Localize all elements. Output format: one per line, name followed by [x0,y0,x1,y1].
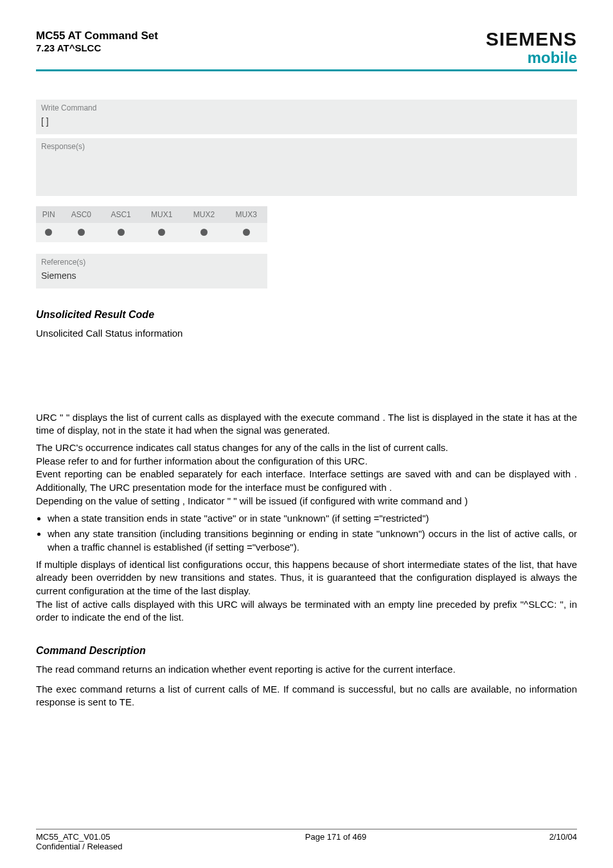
dot-icon [45,229,52,236]
dot-icon [200,229,208,236]
bullet-list: when a state transition ends in state "a… [36,512,577,554]
matrix-col-mux1: MUX1 [141,206,183,223]
p2: The URC's occurrence indicates call stat… [36,441,577,455]
dot-icon [78,229,85,236]
list-item: when a state transition ends in state "a… [48,512,577,526]
footer-center: Page 171 of 469 [305,832,366,851]
cmddesc-p1: The read command returns an indication w… [36,663,577,677]
b2c: ="verbose"). [247,542,299,553]
footer-left1: MC55_ATC_V01.05 [36,832,122,842]
write-command-body: [ ] [41,116,572,128]
brand-logo: SIEMENS [486,30,577,49]
matrix-col-mux2: MUX2 [183,206,226,223]
response-body [41,155,572,190]
response-box: Response(s) [36,138,577,196]
page-header: MC55 AT Command Set 7.23 AT^SLCC SIEMENS… [36,30,577,66]
p7: The list of active calls displayed with … [36,598,577,624]
p5a: Depending on the value of [36,495,151,506]
dot-icon [118,229,125,236]
matrix-col-pin: PIN [36,206,61,223]
p5c: , Indicator " [182,495,231,506]
p5b: setting [151,495,182,506]
page-footer: MC55_ATC_V01.05 Confidential / Released … [36,829,577,851]
header-right: SIEMENS mobile [486,30,577,66]
p4b: and can be displayed with [456,468,574,479]
cmddesc-heading: Command Description [36,645,577,657]
matrix-col-mux3: MUX3 [225,206,267,223]
reference-box: Reference(s) Siemens [36,254,267,288]
b1b: setting [342,513,373,524]
p4d: . [389,482,392,493]
dot-icon [243,229,250,236]
b2b: setting [216,542,247,553]
reference-value: Siemens [41,270,262,282]
list-item: when any state transition (including tra… [48,527,577,554]
write-command-label: Write Command [41,103,572,112]
support-matrix: PIN ASC0 ASC1 MUX1 MUX2 MUX3 [36,206,267,242]
response-label: Response(s) [41,142,572,151]
write-command-box: Write Command [ ] [36,100,577,134]
urc-heading: Unsolicited Result Code [36,309,577,321]
p1b: " displays the list of current calls as … [66,412,382,423]
p3a: Please refer to [36,456,102,466]
footer-left2: Confidential / Released [36,842,122,851]
reference-box-wrap: Reference(s) Siemens [36,254,267,288]
p5e: and [446,495,465,506]
reference-label: Reference(s) [41,258,262,267]
doc-title: MC55 AT Command Set [36,30,158,42]
p1a: URC " [36,412,63,423]
footer-left: MC55_ATC_V01.05 Confidential / Released [36,832,122,851]
p5f: ) [465,495,468,506]
b2a: when any state transition (including tra… [48,528,577,553]
matrix-col-asc0: ASC0 [61,206,101,223]
brand-sub: mobile [486,50,577,66]
b1a: when a state transition ends in state "a… [48,513,342,524]
urc-description: URC " " displays the list of current cal… [36,411,577,624]
matrix-col-asc1: ASC1 [101,206,141,223]
p3b: and [102,456,120,466]
b1c: ="restricted") [373,513,429,524]
p5d: " will be issued (if configured with wri… [233,495,445,506]
p4a: Event reporting can be enabled separatel… [36,468,456,479]
p3c: for further information about the config… [120,456,368,466]
urc-line1: Unsolicited Call Status information [36,327,577,341]
dot-icon [158,229,165,236]
doc-section: 7.23 AT^SLCC [36,42,158,53]
header-rule [36,69,577,71]
p6: If multiple displays of identical list c… [36,558,577,598]
footer-right: 2/10/04 [549,832,577,851]
cmddesc-p2: The exec command returns a list of curre… [36,683,577,709]
header-left: MC55 AT Command Set 7.23 AT^SLCC [36,30,158,53]
